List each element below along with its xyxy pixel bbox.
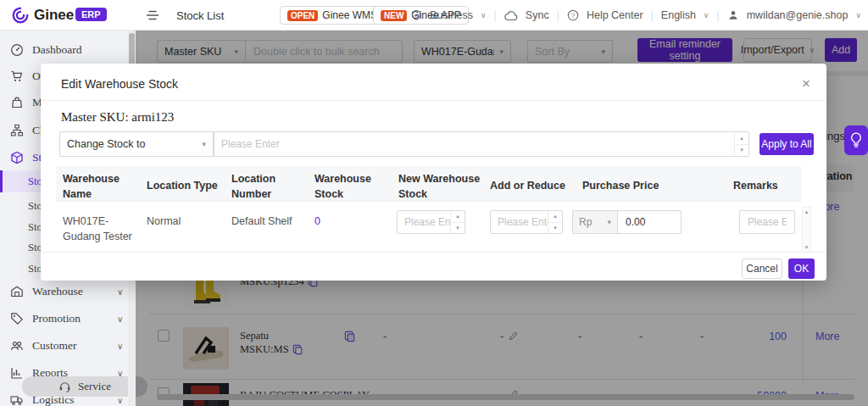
- headset-icon: [58, 381, 71, 392]
- promotion-chevron-icon: ∨: [117, 314, 123, 324]
- cell-location-number: Default Shelf: [231, 214, 292, 229]
- warehouse-chevron-icon: ∨: [117, 287, 123, 297]
- close-icon[interactable]: ×: [802, 76, 810, 91]
- sidebar-label: Customer: [32, 339, 77, 353]
- add-reduce-placeholder: Please Enter: [491, 211, 548, 233]
- purchase-price-value: 0.00: [626, 216, 645, 228]
- brand-badge: ERP: [75, 8, 107, 21]
- value-spinner[interactable]: ▴ ▾: [734, 132, 748, 156]
- sidebar-item-dashboard[interactable]: Dashboard: [0, 37, 127, 63]
- sidebar-label: Dashboard: [32, 43, 81, 57]
- remarks-placeholder: Please Enter: [748, 216, 787, 228]
- user-icon: [727, 9, 739, 21]
- modal-footer: Cancel OK: [41, 252, 826, 281]
- account-chevron-icon: ∨: [855, 11, 861, 19]
- top-navbar: Ginee ERP Stock List OPEN Ginee WMS NEW …: [0, 0, 868, 31]
- purchase-price-input[interactable]: 0.00: [617, 210, 682, 234]
- separator: |: [494, 9, 497, 21]
- bag-icon: [10, 96, 24, 109]
- spin-up-icon[interactable]: ▴: [735, 132, 748, 145]
- tag-icon: [10, 312, 24, 325]
- sidebar-item-warehouse[interactable]: Warehouse ∨: [0, 279, 127, 304]
- separator: |: [651, 9, 654, 21]
- help-center-menu[interactable]: Help Center: [587, 9, 643, 21]
- sitemap-icon: [10, 124, 24, 137]
- header-purchase-price: Purchase Price: [582, 178, 667, 193]
- apply-to-all-button[interactable]: Apply to All: [760, 133, 814, 155]
- new-stock-input[interactable]: Please Enter ▴ ▾: [397, 210, 465, 234]
- value-placeholder: Please Enter: [214, 132, 734, 156]
- header-location-number: Location Number: [231, 171, 291, 202]
- truck-icon: [10, 393, 24, 406]
- cube-icon: [10, 151, 24, 164]
- service-label: Service: [78, 380, 111, 393]
- header-new-warehouse-stock: New Warehouse Stock: [398, 171, 487, 202]
- spin-up-icon[interactable]: ▴: [451, 211, 465, 223]
- separator: |: [557, 9, 559, 21]
- caret-down-icon: ▾: [607, 218, 611, 226]
- edit-warehouse-stock-modal: Edit Warehouse Stock × Master SKU: armi1…: [41, 64, 826, 281]
- warehouse-icon: [10, 285, 24, 298]
- sidebar-label: Promotion: [32, 312, 81, 325]
- spin-down-icon[interactable]: ▾: [548, 223, 562, 234]
- currency-select[interactable]: Rp ▾: [572, 210, 617, 234]
- header-warehouse-name: Warehouse Name: [63, 171, 129, 202]
- sidebar-item-promotion[interactable]: Promotion ∨: [0, 306, 127, 331]
- business-menu[interactable]: Business: [430, 9, 473, 21]
- navbar-right: Business ∨ | Sync | ? Help Center | Engl…: [410, 0, 861, 31]
- caret-down-icon: ▾: [202, 140, 206, 148]
- brand-name: Ginee: [34, 7, 74, 24]
- chart-icon: [10, 366, 24, 380]
- customer-chevron-icon: ∨: [117, 342, 123, 351]
- header-warehouse-stock: Warehouse Stock: [314, 171, 382, 202]
- separator: |: [716, 9, 719, 21]
- sync-menu[interactable]: Sync: [526, 9, 549, 21]
- screen: Ginee ERP Stock List OPEN Ginee WMS NEW …: [0, 0, 868, 406]
- account-menu[interactable]: mwildan@genie.shop: [747, 9, 849, 21]
- cell-warehouse-name: WH017E-Gudang Tester: [63, 214, 143, 244]
- sync-cloud-icon: [504, 10, 518, 21]
- apply-value-input[interactable]: Please Enter ▴ ▾: [214, 131, 749, 157]
- menu-fold-icon[interactable]: [146, 9, 159, 21]
- cart-icon: [10, 70, 24, 83]
- wms-label: Ginee WMS: [322, 9, 377, 21]
- add-reduce-spinner[interactable]: ▴ ▾: [548, 211, 562, 233]
- add-reduce-input[interactable]: Please Enter ▴ ▾: [490, 210, 563, 234]
- language-menu[interactable]: English: [661, 9, 696, 21]
- new-stock-spinner[interactable]: ▴ ▾: [450, 211, 465, 233]
- spin-down-icon[interactable]: ▾: [451, 223, 465, 234]
- modal-title: Edit Warehouse Stock: [61, 77, 178, 91]
- lightbulb-icon: [850, 132, 862, 148]
- cancel-button[interactable]: Cancel: [742, 259, 782, 279]
- sidebar-label: Warehouse: [32, 285, 83, 298]
- ok-button[interactable]: OK: [788, 259, 815, 279]
- change-stock-type-select[interactable]: Change Stock to ▾: [59, 131, 214, 157]
- lightbulb-button[interactable]: [844, 125, 868, 155]
- sidebar-item-customer[interactable]: Customer ∨: [0, 333, 127, 359]
- ginee-wms-button[interactable]: OPEN Ginee WMS: [280, 6, 385, 25]
- spin-down-icon[interactable]: ▾: [735, 145, 748, 157]
- business-chevron-icon: ∨: [481, 11, 487, 19]
- modal-table-scrollbar[interactable]: ▲ ▼: [802, 207, 811, 253]
- scroll-up-icon[interactable]: ▲: [804, 209, 810, 214]
- header-location-type: Location Type: [147, 178, 223, 193]
- logistics-chevron-icon: ∨: [117, 396, 123, 405]
- remarks-input[interactable]: Please Enter: [739, 210, 795, 234]
- business-shield-icon: [410, 9, 422, 21]
- language-chevron-icon: ∨: [704, 11, 709, 19]
- header-remarks: Remarks: [733, 178, 784, 193]
- page-title: Stock List: [176, 9, 224, 22]
- cell-warehouse-stock: 0: [314, 214, 320, 229]
- scroll-down-icon[interactable]: ▼: [804, 245, 810, 250]
- cell-location-type: Normal: [147, 214, 181, 229]
- currency-value: Rp: [579, 216, 592, 228]
- customers-icon: [10, 339, 24, 353]
- modal-header-divider: [41, 100, 826, 101]
- header-add-or-reduce: Add or Reduce: [490, 178, 570, 193]
- new-badge: NEW: [381, 10, 407, 21]
- master-sku-label: Master SKU: armi123: [61, 110, 174, 125]
- dashboard-icon: [10, 43, 24, 57]
- ginee-logo-icon: [11, 6, 30, 25]
- svg-text:?: ?: [571, 12, 575, 19]
- spin-up-icon[interactable]: ▴: [548, 211, 562, 223]
